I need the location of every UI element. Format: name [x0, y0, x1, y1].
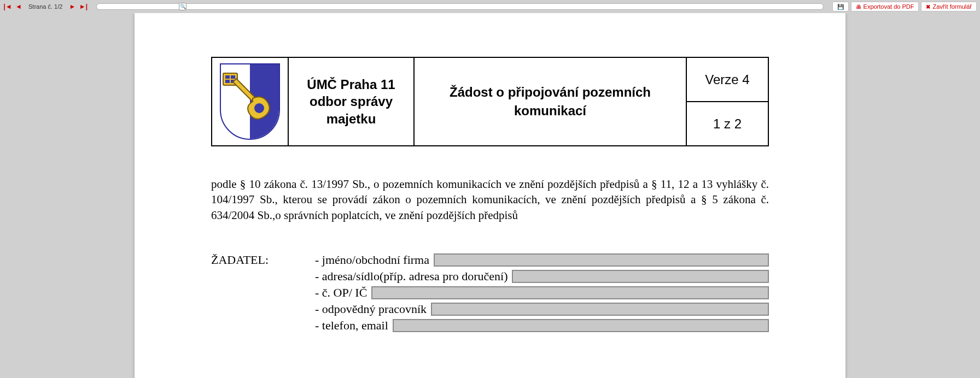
page-of-text: 1 z 2: [713, 116, 742, 131]
last-page-icon[interactable]: ►|: [79, 2, 88, 11]
document-page: ÚMČ Praha 11 odbor správy majetku Žádost…: [135, 13, 845, 378]
input-contact[interactable]: [393, 319, 769, 332]
zoom-thumb[interactable]: 🔍: [179, 3, 186, 10]
close-icon: ✖: [926, 4, 930, 10]
key-icon: [222, 71, 277, 131]
input-address[interactable]: [512, 270, 769, 283]
export-pdf-label: Exportovat do PDF: [864, 3, 914, 10]
form-label: - odpovědný pracovník: [315, 302, 427, 316]
document-title: Žádost o připojování pozemních komunikac…: [420, 83, 680, 120]
form-label: - telefon, email: [315, 318, 388, 333]
form-label: - jméno/obchodní firma: [315, 253, 429, 267]
form-row: - odpovědný pracovník: [211, 302, 769, 316]
input-name[interactable]: [434, 253, 769, 267]
department-text: ÚMČ Praha 11 odbor správy majetku: [294, 76, 408, 127]
input-responsible[interactable]: [431, 303, 769, 316]
close-form-label: Zavřít formulář: [932, 3, 972, 10]
save-button[interactable]: 💾: [832, 2, 849, 11]
viewer-toolbar: |◄ ◄ Strana č. 1/2 ► ►| 🔍 💾 🖶 Exportovat…: [0, 0, 980, 13]
logo-cell: [212, 57, 288, 146]
title-cell: Žádost o připojování pozemních komunikac…: [414, 57, 686, 146]
zoom-slider[interactable]: 🔍: [96, 3, 823, 10]
document-header-table: ÚMČ Praha 11 odbor správy majetku Žádost…: [211, 57, 769, 146]
form-row: - č. OP/ IČ: [211, 286, 769, 300]
save-icon: 💾: [837, 4, 844, 10]
document-viewport[interactable]: ÚMČ Praha 11 odbor správy majetku Žádost…: [0, 13, 980, 378]
svg-point-6: [254, 103, 264, 113]
close-form-button[interactable]: ✖ Zavřít formulář: [921, 2, 977, 11]
form-label: - č. OP/ IČ: [315, 286, 367, 300]
intro-paragraph: podle § 10 zákona č. 13/1997 Sb., o poze…: [211, 176, 769, 223]
version-cell: Verze 4: [686, 57, 768, 102]
magnifier-icon: 🔍: [180, 4, 186, 9]
svg-rect-3: [225, 80, 230, 83]
page-indicator: Strana č. 1/2: [28, 3, 62, 10]
form-row: - telefon, email: [211, 318, 769, 333]
department-cell: ÚMČ Praha 11 odbor správy majetku: [288, 57, 414, 146]
prev-page-icon[interactable]: ◄: [14, 2, 23, 11]
toolbar-right-buttons: 💾 🖶 Exportovat do PDF ✖ Zavřít formulář: [832, 2, 977, 11]
applicant-form: ŽADATEL: - jméno/obchodní firma - adresa…: [211, 253, 769, 333]
page-of-cell: 1 z 2: [686, 102, 768, 146]
version-text: Verze 4: [705, 72, 749, 87]
next-page-icon[interactable]: ►: [68, 2, 77, 11]
coat-of-arms-icon: [220, 63, 280, 140]
form-row: ŽADATEL: - jméno/obchodní firma: [211, 253, 769, 267]
form-row: - adresa/sídlo(příp. adresa pro doručení…: [211, 269, 769, 284]
form-heading: ŽADATEL:: [211, 253, 315, 267]
svg-rect-2: [231, 75, 235, 79]
first-page-icon[interactable]: |◄: [3, 2, 12, 11]
form-label: - adresa/sídlo(příp. adresa pro doručení…: [315, 269, 508, 284]
export-pdf-button[interactable]: 🖶 Exportovat do PDF: [851, 2, 919, 11]
print-icon: 🖶: [856, 4, 861, 10]
svg-rect-1: [225, 75, 230, 79]
input-id[interactable]: [371, 286, 769, 299]
